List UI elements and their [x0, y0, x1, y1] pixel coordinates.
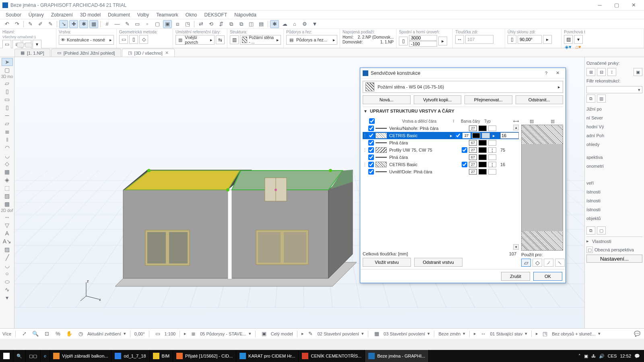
tray-vol-icon[interactable]: 🔊	[599, 354, 605, 359]
wall-tool-icon[interactable]: ▱	[2, 79, 13, 87]
row5-typ[interactable]: ¦	[488, 162, 496, 167]
filter-dd[interactable]: ▾	[586, 86, 642, 93]
tab-close-icon[interactable]: ✕	[165, 50, 169, 56]
window-tool-icon[interactable]: ▭	[2, 95, 13, 103]
redo-icon[interactable]: ↷	[12, 20, 21, 28]
rp-item-6[interactable]: onometri	[586, 162, 642, 171]
more-icon[interactable]: ▼	[310, 20, 319, 28]
menu-zobrazeni[interactable]: Zobrazení	[48, 11, 76, 19]
cube-icon[interactable]: ⧈	[173, 20, 182, 28]
struct-type-icon[interactable]: ▥	[230, 35, 239, 44]
angle-type-icon[interactable]: ▯	[508, 35, 516, 44]
task-3[interactable]: Přijaté [1/15662] - CID...	[173, 350, 236, 362]
sb-pen[interactable]: 02 Stavební povolení	[318, 331, 359, 336]
sb-model[interactable]: Celý model	[271, 331, 293, 336]
tray-time[interactable]: 12:52	[620, 354, 631, 358]
layer-row-cetris-top[interactable]: ⋮ CETRIS Basic ▸ 27 ▸	[363, 132, 519, 139]
row2-pencolor-icon[interactable]	[479, 140, 487, 146]
square-icon[interactable]: ▢	[153, 20, 162, 28]
rp-win2-icon[interactable]: ▢	[597, 226, 606, 234]
iso-icon[interactable]: ◳	[183, 20, 192, 28]
row4-typ[interactable]	[488, 154, 496, 160]
maximize-icon[interactable]: ▢	[609, 1, 625, 9]
edit-icon[interactable]: ✎	[123, 20, 132, 28]
zoom-out-icon[interactable]: ⤢	[20, 330, 29, 338]
cloud-icon[interactable]: ☁	[280, 20, 289, 28]
use-wall-icon[interactable]: ▱	[521, 259, 531, 267]
copy-icon[interactable]: ⧉	[227, 20, 235, 28]
curtain-tool-icon[interactable]: ▦	[2, 168, 13, 176]
layer-row-line-1[interactable]: Plná čára 67	[363, 139, 519, 146]
rp-item-2[interactable]: hodní Vý	[586, 122, 642, 131]
row3-pencolor-icon[interactable]	[479, 147, 487, 153]
house-icon[interactable]: ⌂	[290, 20, 299, 28]
rp-a-icon[interactable]: ⧉	[586, 95, 595, 103]
use-shell-icon[interactable]: ⟍	[555, 259, 565, 267]
zoom-100-icon[interactable]: %	[54, 330, 62, 338]
row3-core-chk[interactable]	[462, 147, 467, 153]
row0-pen[interactable]: 27	[469, 125, 477, 131]
level-icon[interactable]: ▯	[399, 37, 408, 45]
task-0[interactable]: Výplň zábradlí balkon...	[50, 350, 111, 362]
railing-tool-icon[interactable]: ⫴	[2, 136, 13, 144]
render-icon[interactable]: ✱	[270, 20, 279, 28]
rp-item-1[interactable]: ní Sever	[586, 113, 642, 122]
row6-pencolor-icon[interactable]	[479, 169, 487, 175]
layer-row-line-2[interactable]: Plná čára 67	[363, 154, 519, 161]
ie-icon[interactable]: e	[41, 350, 50, 362]
zoom-fit-icon[interactable]: ⊡	[42, 330, 51, 338]
dim-status-icon[interactable]: ↔	[479, 330, 487, 338]
use-slab-icon[interactable]: ◇	[533, 259, 542, 267]
sel-dd-icon[interactable]: ▾	[33, 40, 41, 49]
mvo-icon[interactable]: ▦	[372, 330, 381, 338]
layer-row-outside-line[interactable]: Venku/Nahoře: Plná čára 27	[363, 125, 519, 132]
angle-input[interactable]	[518, 35, 542, 44]
composite-select[interactable]: Požární stěna - WS 04 (16-75-16) ▸	[363, 81, 563, 93]
poly-tool-icon[interactable]: ⬭	[2, 278, 13, 286]
pan-icon[interactable]: ✋	[65, 330, 74, 338]
row1-typ[interactable]	[482, 133, 490, 138]
scroll-down-icon[interactable]: ▾	[513, 244, 519, 250]
dialog-close-icon[interactable]: ✕	[552, 69, 563, 77]
rotate-icon[interactable]: ⟲	[206, 20, 215, 28]
search-taskbar-icon[interactable]: 🔍	[13, 350, 26, 362]
column-tool-icon[interactable]: ▯	[2, 103, 13, 111]
task-4[interactable]: KARAT pro CIDEM Hr...	[236, 350, 299, 362]
figure-tool-icon[interactable]: ▾	[2, 294, 13, 302]
row1-chk[interactable]	[368, 133, 374, 138]
tray-app-icon[interactable]: ▣	[584, 354, 588, 359]
opt-plan-dd[interactable]: ▤ Půdorys a řez... ▸	[286, 35, 337, 45]
spline-tool-icon[interactable]: ∿	[2, 286, 13, 294]
level-tool-icon[interactable]: ▽	[2, 221, 13, 229]
sb-renov[interactable]: Beze změn	[438, 331, 460, 336]
settings2-icon[interactable]: ⚙	[300, 20, 309, 28]
row5-pen[interactable]: 27	[469, 162, 477, 167]
task-1[interactable]: od_1_7_18	[111, 350, 149, 362]
rp-item-7[interactable]: veří	[586, 179, 642, 187]
remove-layer-button[interactable]: Odstranit vrstvu	[414, 258, 462, 267]
stair-tool-icon[interactable]: ≣	[2, 128, 13, 136]
tray-up-icon[interactable]: ˄	[578, 354, 581, 359]
insert-layer-button[interactable]: Vložit vrstvu	[363, 258, 411, 267]
props-label[interactable]: Vlastnosti	[592, 239, 611, 244]
beam-tool-icon[interactable]: ─	[2, 111, 13, 119]
rp-item-8[interactable]: ístnosti	[586, 187, 642, 196]
menu-3dmodel[interactable]: 3D model	[77, 11, 104, 19]
row6-pen[interactable]: 27	[469, 169, 477, 175]
ok-button[interactable]: OK	[533, 272, 562, 281]
row2-pen[interactable]: 67	[469, 140, 477, 146]
layer-row-profiles[interactable]: ⋮ Profily UW 75, CW 75 27 ¦ 75	[363, 146, 519, 154]
tab-3d[interactable]: ◳[3D / všechno]✕	[122, 49, 175, 57]
row5-core-chk[interactable]	[462, 162, 467, 167]
sb-dim[interactable]: 01 Stávající stav	[490, 331, 522, 336]
cancel-button[interactable]: Zrušit	[501, 272, 530, 281]
sb-3ds[interactable]: Bez obrysů + sluneč...	[552, 331, 596, 336]
geom-rect-icon[interactable]: ▯	[129, 35, 138, 44]
object-tool-icon[interactable]: ⬚	[2, 184, 13, 192]
menu-okno[interactable]: Okno	[182, 11, 200, 19]
tab-floorplan[interactable]: ▦[1. 1.NP]	[14, 49, 50, 57]
story-top-v[interactable]: 2. 2.NP (Domovsk...	[358, 35, 394, 39]
door-tool-icon[interactable]: ▯	[2, 87, 13, 95]
zoom-label[interactable]: Aktuální zvětšení	[87, 331, 121, 336]
menu-upravy[interactable]: Úpravy	[25, 11, 47, 19]
